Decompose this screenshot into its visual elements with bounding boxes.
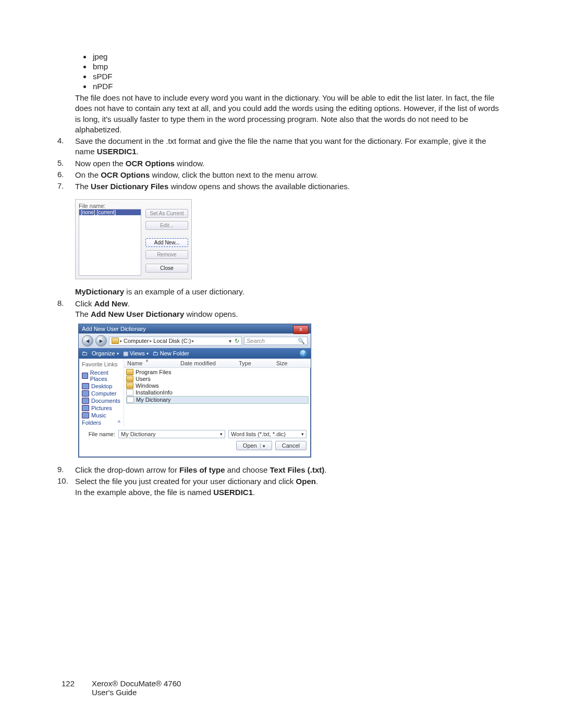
sidebar-item-pictures[interactable]: Pictures	[82, 405, 120, 411]
my-dictionary-note: MyDictionary is an example of a user dic…	[75, 287, 506, 297]
recent-icon	[82, 373, 88, 379]
breadcrumb-sep-icon: ▸	[192, 338, 194, 343]
chevron-up-icon: ^	[118, 419, 120, 426]
column-size[interactable]: Size	[273, 359, 311, 367]
step-number: 5.	[57, 158, 75, 169]
chevron-down-icon: ▾	[146, 351, 149, 356]
new-folder-button[interactable]: 🗀 New Folder	[153, 350, 189, 356]
drive-icon	[112, 338, 119, 344]
breadcrumb-sep-icon: ▸	[120, 338, 123, 343]
page-footer: 122 Xerox® DocuMate® 4760 User's Guide	[62, 679, 181, 697]
sidebar-item-desktop[interactable]: Desktop	[82, 383, 120, 389]
open-button[interactable]: Open▾	[236, 441, 272, 450]
list-item[interactable]: Users	[126, 376, 309, 382]
close-icon[interactable]: x	[293, 325, 309, 334]
folder-icon	[126, 382, 133, 389]
step-text: Now open the OCR Options window.	[75, 158, 506, 169]
organize-icon: 🗀	[82, 350, 88, 356]
nav-back-icon[interactable]: ◄	[82, 335, 93, 347]
step-number: 6.	[57, 170, 75, 180]
step-text: Select the file you just created for you…	[75, 476, 506, 498]
favorites-header: Favorite Links	[82, 361, 120, 367]
step-text: On the OCR Options window, click the but…	[75, 170, 506, 180]
help-icon[interactable]: ?	[299, 349, 308, 357]
organize-menu[interactable]: Organize▾	[92, 350, 119, 356]
dialog-title: Add New User Dictionary	[82, 326, 146, 332]
pictures-icon	[82, 405, 89, 411]
views-icon: ▦	[123, 350, 128, 357]
sidebar-item-documents[interactable]: Documents	[82, 398, 120, 404]
cancel-button[interactable]: Cancel	[275, 441, 307, 450]
step-text: The User Dictionary Files window opens a…	[75, 181, 506, 192]
format-list: jpeg bmp sPDF nPDF	[62, 52, 506, 91]
remove-button[interactable]: Remove	[145, 250, 188, 259]
list-item[interactable]: Program Files	[126, 369, 309, 376]
file-name-input[interactable]: My Dictionary ▾	[118, 430, 225, 438]
chevron-down-icon: ▾	[117, 351, 119, 356]
views-menu[interactable]: ▦ Views▾	[123, 350, 149, 357]
add-new-user-dictionary-dialog: Add New User Dictionary x ◄ ► ▸ Computer…	[78, 324, 311, 458]
nav-forward-icon[interactable]: ►	[95, 335, 107, 347]
favorites-sidebar: Favorite Links Recent Places Desktop Com…	[79, 359, 124, 427]
computer-icon	[82, 390, 89, 397]
sort-asc-icon: ▲	[145, 358, 149, 363]
folder-icon	[126, 376, 133, 382]
step-number: 4.	[57, 136, 75, 157]
breadcrumb-item[interactable]: Computer	[124, 338, 149, 344]
user-dictionary-files-dialog: File name: [none] [current] Set As Curre…	[75, 199, 192, 279]
close-button[interactable]: Close	[145, 264, 188, 273]
file-name-label: File name:	[79, 203, 188, 209]
paragraph-note: The file does not have to include every …	[75, 93, 506, 135]
list-item: jpeg	[92, 52, 506, 61]
chevron-down-icon[interactable]: ▾	[260, 443, 265, 449]
sidebar-item-music[interactable]: Music	[82, 412, 120, 418]
file-icon	[127, 397, 134, 403]
set-as-current-button[interactable]: Set As Current	[145, 209, 188, 218]
guide-name: User's Guide	[92, 688, 181, 697]
list-item-selected[interactable]: My Dictionary	[126, 396, 309, 404]
search-input[interactable]: Search 🔍	[244, 337, 308, 345]
column-name[interactable]: Name▲	[124, 359, 177, 367]
file-icon	[126, 389, 133, 396]
list-item[interactable]: InstallationInfo	[126, 389, 309, 396]
refresh-icon[interactable]: ↻	[235, 338, 239, 344]
step-number: 7.	[57, 181, 75, 192]
list-item: nPDF	[92, 82, 506, 91]
breadcrumb-sep-icon: ▸	[150, 338, 152, 343]
list-item: bmp	[92, 62, 506, 71]
column-type[interactable]: Type	[236, 359, 273, 367]
search-icon: 🔍	[298, 338, 305, 344]
step-text: Click Add New. The Add New User Dictiona…	[75, 299, 506, 320]
add-new-button[interactable]: Add New...	[145, 238, 188, 247]
sidebar-item-computer[interactable]: Computer	[82, 390, 120, 397]
documents-icon	[82, 398, 89, 404]
list-item: sPDF	[92, 72, 506, 81]
folder-icon: 🗀	[153, 350, 158, 356]
folder-icon	[126, 369, 133, 375]
step-text: Save the document in the .txt format and…	[75, 136, 506, 157]
file-list-pane: Name▲ Date modified Type Size Program Fi…	[124, 359, 311, 427]
breadcrumb[interactable]: ▸ Computer ▸ Local Disk (C:) ▸ ▾ ↻	[109, 337, 242, 346]
dialog-titlebar: Add New User Dictionary x	[79, 324, 311, 334]
step-number: 9.	[57, 465, 75, 475]
step-number: 10.	[57, 476, 75, 498]
selected-dictionary-item[interactable]: [none] [current]	[79, 209, 141, 215]
music-icon	[82, 412, 89, 418]
dictionary-listbox[interactable]: [none] [current]	[79, 209, 141, 276]
list-item[interactable]: Windows	[126, 382, 309, 389]
file-type-select[interactable]: Word lists (*.txt, *.dic) ▾	[228, 430, 307, 438]
breadcrumb-item[interactable]: Local Disk (C:)	[153, 338, 191, 344]
command-bar: 🗀 Organize▾ ▦ Views▾ 🗀 New Folder ?	[79, 348, 311, 359]
chevron-down-icon[interactable]: ▾	[220, 431, 223, 437]
product-name: Xerox® DocuMate® 4760	[92, 679, 181, 688]
chevron-down-icon[interactable]: ▾	[229, 338, 231, 344]
step-number: 8.	[57, 299, 75, 320]
folders-toggle[interactable]: Folders ^	[82, 419, 120, 426]
chevron-down-icon[interactable]: ▾	[301, 431, 304, 437]
file-name-label: File name:	[83, 431, 115, 437]
sidebar-item-recent[interactable]: Recent Places	[82, 369, 120, 382]
page-number: 122	[62, 679, 82, 697]
search-placeholder: Search	[247, 338, 265, 344]
column-date[interactable]: Date modified	[177, 359, 236, 367]
edit-button[interactable]: Edit...	[145, 221, 188, 230]
